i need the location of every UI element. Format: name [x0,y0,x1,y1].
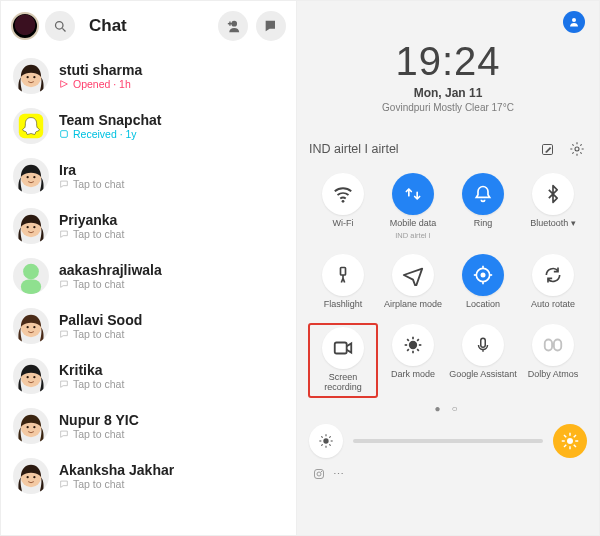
search-button[interactable] [45,11,75,41]
qs-tile-screenrec[interactable]: Screen recording [309,324,377,397]
svg-line-1 [62,28,65,31]
chat-item[interactable]: stuti sharma Opened · 1h [1,51,296,101]
qs-tile-dolby[interactable]: Dolby Atmos [519,324,587,397]
pager-dots[interactable]: ● ○ [309,403,587,414]
dark-icon [392,324,434,366]
svg-point-54 [323,438,328,443]
qs-tile-rotate[interactable]: Auto rotate [519,254,587,310]
gear-icon [569,141,585,157]
ring-icon [462,173,504,215]
svg-rect-72 [315,470,324,479]
qs-label: Bluetooth ▾ [530,219,576,229]
svg-point-29 [33,476,35,478]
chat-name: Team Snapchat [59,112,161,128]
svg-point-32 [575,147,579,151]
edit-tiles-button[interactable] [537,139,557,159]
chat-item[interactable]: Pallavi Sood Tap to chat [1,301,296,351]
chat-name: stuti sharma [59,62,142,78]
account-badge[interactable] [563,11,585,33]
qs-tile-grid: Wi-Fi Mobile data IND airtel I Ring Blue… [309,173,587,397]
qs-tile-flash[interactable]: Flashlight [309,254,377,310]
qs-tile-wifi[interactable]: Wi-Fi [309,173,377,240]
svg-line-61 [329,436,330,437]
chat-avatar[interactable] [13,458,49,494]
svg-point-28 [27,476,29,478]
status-icon [59,429,69,439]
chat-text: Akanksha Jakhar Tap to chat [59,462,174,490]
chat-name: Ira [59,162,124,178]
svg-point-26 [33,426,35,428]
svg-point-19 [27,326,29,328]
chat-avatar[interactable] [13,308,49,344]
new-chat-button[interactable] [256,11,286,41]
chat-item[interactable]: Akanksha Jakhar Tap to chat [1,451,296,501]
self-avatar[interactable] [11,12,39,40]
location-icon [462,254,504,296]
weather-line: Govindpuri Mostly Clear 17°C [309,102,587,113]
chat-item[interactable]: aakashrajliwala Tap to chat [1,251,296,301]
qs-tile-dark[interactable]: Dark mode [379,324,447,397]
chat-avatar[interactable] [13,58,49,94]
qs-tile-ring[interactable]: Ring [449,173,517,240]
svg-point-2 [231,20,237,26]
chat-avatar[interactable] [13,108,49,144]
chat-subtitle: Tap to chat [59,278,162,290]
chat-text: Ira Tap to chat [59,162,124,190]
svg-point-35 [481,272,486,277]
svg-point-7 [33,76,35,78]
brightness-high-icon [561,432,579,450]
chat-subtitle: Tap to chat [59,478,174,490]
qs-label: Airplane mode [384,300,442,310]
chat-item[interactable]: Ira Tap to chat [1,151,296,201]
status-icon [59,379,69,389]
svg-line-70 [574,435,576,437]
qs-tile-location[interactable]: Location [449,254,517,310]
chat-text: stuti sharma Opened · 1h [59,62,142,90]
chat-avatar[interactable] [13,258,49,294]
chat-subtitle: Tap to chat [59,378,124,390]
chat-avatar[interactable] [13,358,49,394]
chat-name: Akanksha Jakhar [59,462,174,478]
svg-line-47 [407,339,409,341]
svg-point-22 [27,376,29,378]
brightness-auto-button[interactable] [553,424,587,458]
chat-title: Chat [89,16,212,36]
chat-item[interactable]: Team Snapchat Received · 1y [1,101,296,151]
chat-item[interactable]: Nupur 8 YIC Tap to chat [1,401,296,451]
svg-point-6 [27,76,29,78]
chat-item[interactable]: Kritika Tap to chat [1,351,296,401]
svg-point-20 [33,326,35,328]
svg-point-14 [27,226,29,228]
svg-point-30 [572,18,576,22]
qs-tile-airplane[interactable]: Airplane mode [379,254,447,310]
svg-line-68 [564,435,566,437]
chat-avatar[interactable] [13,158,49,194]
add-friend-button[interactable] [218,11,248,41]
svg-line-49 [417,339,419,341]
svg-rect-52 [545,339,552,350]
qs-tile-bt[interactable]: Bluetooth ▾ [519,173,587,240]
quick-settings-pane: 19:24 Mon, Jan 11 Govindpuri Mostly Clea… [297,1,599,535]
brightness-slider[interactable] [353,439,543,443]
svg-point-0 [55,21,63,29]
chat-avatar[interactable] [13,408,49,444]
svg-rect-41 [335,342,347,353]
svg-point-23 [33,376,35,378]
status-icon [59,479,69,489]
qs-tile-assistant[interactable]: Google Assistant [449,324,517,397]
svg-line-60 [329,444,330,445]
qs-sublabel: IND airtel I [395,231,430,240]
brightness-low-icon [318,433,334,449]
clock-time: 19:24 [309,39,587,84]
qs-label: Ring [474,219,493,229]
chat-item[interactable]: Priyanka Tap to chat [1,201,296,251]
chat-avatar[interactable] [13,208,49,244]
search-icon [53,19,68,34]
chat-list[interactable]: stuti sharma Opened · 1h Team Snapchat R… [1,51,296,535]
qs-label: Screen recording [309,373,377,393]
brightness-low-button[interactable] [309,424,343,458]
chat-subtitle: Received · 1y [59,128,161,140]
settings-button[interactable] [567,139,587,159]
clock-block[interactable]: 19:24 Mon, Jan 11 Govindpuri Mostly Clea… [309,39,587,113]
qs-tile-data[interactable]: Mobile data IND airtel I [379,173,447,240]
